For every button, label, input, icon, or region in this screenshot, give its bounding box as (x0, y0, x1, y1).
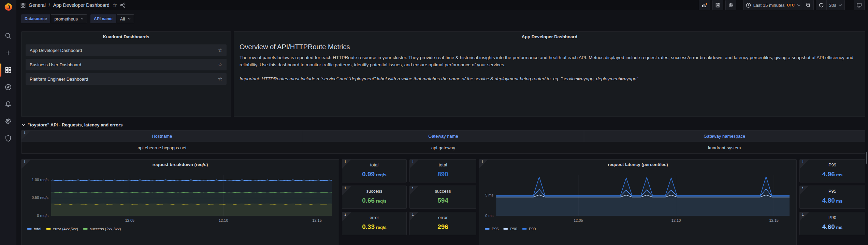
save-dashboard-button[interactable] (712, 0, 723, 10)
panel-info-icon[interactable]: i (800, 186, 809, 195)
variable-api-name: API nameAll (90, 14, 134, 23)
kiosk-mode-button[interactable] (854, 0, 865, 10)
legend-item[interactable]: error (4xx,5xx) (46, 227, 78, 231)
x-axis-tick-label: 12:15 (764, 218, 784, 222)
page-title[interactable]: App Developer Dashboard (53, 2, 110, 8)
share-icon[interactable] (120, 2, 126, 8)
magnifier-minus-icon (806, 2, 811, 8)
stat-panel-p99: iP994.96 ms (799, 159, 865, 182)
stat-value: 890 (437, 171, 448, 178)
panel-title[interactable]: request breakdown (req/s) (21, 160, 339, 169)
legend-item[interactable]: success (2xx,3xx) (83, 227, 121, 231)
apps-grid-icon (20, 3, 26, 8)
search-icon (4, 32, 12, 40)
stat-unit: req/s (375, 225, 387, 230)
panel-info-icon[interactable]: i (479, 160, 488, 168)
panel-route-table: HostnameGateway nameGateway namespace ap… (21, 130, 865, 154)
star-icon[interactable]: ☆ (218, 47, 222, 53)
stat-value: 594 (437, 197, 448, 204)
chevron-down-icon (22, 124, 25, 126)
sidebar-item-explore[interactable] (0, 83, 16, 92)
panel-title[interactable]: App Developer Dashboard (234, 32, 865, 41)
legend-label: success (2xx,3xx) (90, 227, 121, 231)
stat-value: 0.33 req/s (362, 223, 387, 231)
route-table: HostnameGateway nameGateway namespace ap… (21, 131, 865, 153)
table-column-header[interactable]: Hostname (21, 131, 303, 142)
star-icon[interactable]: ☆ (218, 62, 222, 68)
info-glyph: i (344, 213, 346, 216)
stat-panel-error: ierror296 (409, 212, 476, 235)
add-panel-button[interactable] (699, 0, 710, 10)
sidebar-item-dashboards[interactable] (0, 66, 16, 74)
clock-icon (746, 3, 751, 8)
dashboard-list-item[interactable]: Business User Dashboard☆ (26, 59, 227, 70)
table-column-header[interactable]: Gateway namespace (584, 131, 865, 142)
request-latency-chart[interactable]: 0 ms5 ms12:0512:1012:15 (482, 169, 793, 225)
legend-label: P99 (529, 227, 536, 231)
legend-item[interactable]: P99 (522, 227, 536, 231)
info-glyph: i (24, 160, 26, 164)
table-header-row: HostnameGateway nameGateway namespace (21, 131, 865, 142)
sidebar-nav (0, 14, 16, 143)
table-row: api.ehearne.hcpapps.netapi-gatewaykuadra… (21, 142, 865, 153)
info-glyph: i (412, 186, 414, 190)
variable-value-dropdown[interactable]: prometheus (51, 14, 87, 23)
chevron-down-icon (839, 4, 842, 6)
stat-panel-p95: iP954.80 ms (799, 186, 865, 209)
request-breakdown-chart[interactable]: 0 req/s0.50 req/s1.00 req/s12:0512:1012:… (24, 169, 335, 225)
star-icon[interactable]: ☆ (218, 76, 222, 82)
sidebar-item-create[interactable] (0, 49, 16, 57)
panel-info-icon[interactable]: i (800, 160, 809, 168)
dashboard-list-item[interactable]: App Developer Dashboard☆ (26, 44, 227, 56)
legend-item[interactable]: P95 (485, 227, 498, 231)
breadcrumb-folder[interactable]: General (29, 2, 46, 8)
sidebar-item-alerting[interactable] (0, 100, 16, 109)
sidebar-item-search[interactable] (0, 31, 16, 40)
panel-info-icon[interactable]: i (342, 160, 351, 168)
chart-canvas[interactable] (482, 169, 793, 225)
row-toystore-api[interactable]: "toystore" API - Requests, latency and e… (22, 122, 865, 127)
panel-info-icon[interactable]: i (342, 186, 351, 195)
panel-request-latency: request latency (percentiles) 0 ms5 ms12… (479, 159, 797, 245)
grafana-logo[interactable] (0, 0, 16, 14)
panel-app-developer-dashboard: App Developer Dashboard Overview of API/… (234, 31, 865, 117)
plus-icon (4, 49, 12, 57)
panel-title[interactable]: request latency (percentiles) (479, 160, 796, 169)
time-range-picker[interactable]: Last 15 minutes UTC (743, 0, 803, 10)
sidebar-item-configuration[interactable] (0, 117, 16, 126)
table-column-header[interactable]: Gateway name (303, 131, 584, 142)
favorite-star-icon[interactable]: ☆ (113, 2, 117, 8)
panel-info-icon[interactable]: i (21, 160, 30, 168)
panel-info-icon[interactable]: i (800, 212, 809, 221)
chart-canvas[interactable] (24, 169, 335, 225)
legend-swatch (503, 228, 508, 230)
legend-item[interactable]: total (27, 227, 41, 231)
panel-info-icon[interactable]: i (410, 212, 419, 221)
stat-value: 4.96 ms (822, 171, 842, 178)
legend-label: total (34, 227, 41, 231)
stat-value: 4.60 ms (822, 223, 842, 231)
variable-value-dropdown[interactable]: All (117, 14, 134, 23)
breadcrumb: General / App Developer Dashboard ☆ (20, 2, 126, 8)
refresh-button[interactable] (816, 0, 827, 10)
page-scrollbar-thumb[interactable] (866, 152, 867, 164)
stat-label: error (370, 215, 379, 220)
panel-info-icon[interactable]: i (410, 186, 419, 195)
refresh-interval-label: 30s (829, 3, 836, 8)
refresh-interval-picker[interactable]: 30s (827, 0, 845, 10)
table-cell: api.ehearne.hcpapps.net (21, 142, 303, 153)
dashboard-list-item[interactable]: Platform Engineer Dashboard☆ (26, 73, 227, 85)
panel-info-icon[interactable]: i (342, 212, 351, 221)
sidebar-item-server-admin[interactable] (0, 134, 16, 143)
panel-title[interactable]: Kuadrant Dashboards (21, 32, 231, 41)
y-axis-tick-label: 1.00 req/s (24, 178, 48, 182)
panel-info-icon[interactable]: i (410, 160, 419, 168)
info-glyph: i (802, 160, 804, 164)
legend-item[interactable]: P90 (503, 227, 517, 231)
zoom-out-time-button[interactable] (803, 0, 814, 10)
panel-info-icon[interactable]: i (21, 131, 30, 139)
stat-unit: ms (835, 225, 842, 230)
y-axis-tick-label: 5 ms (482, 193, 493, 197)
dashboard-settings-button[interactable] (725, 0, 736, 10)
stat-label: total (439, 162, 447, 167)
